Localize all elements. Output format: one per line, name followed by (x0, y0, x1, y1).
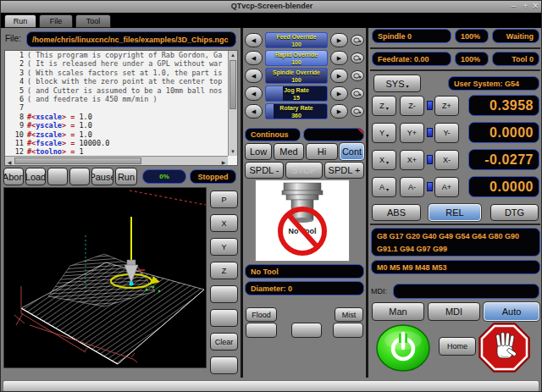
tab-file[interactable]: File (39, 14, 73, 28)
preview-blank-button[interactable] (210, 309, 238, 327)
jog-rate-increase-button[interactable]: ▶ (330, 86, 348, 101)
auto-mode-button[interactable]: Auto (484, 302, 539, 321)
maximize-icon[interactable]: + (523, 2, 528, 10)
rapid-override-increase-button[interactable]: ▶ (330, 51, 348, 65)
rotary-rate-slider[interactable]: Rotary Rate 360 (265, 103, 328, 119)
preview-y-button[interactable]: Y (210, 238, 238, 256)
manual-mode-button[interactable]: Man (372, 302, 424, 321)
machine-power-button[interactable] (375, 323, 431, 373)
minimize-icon[interactable]: – (512, 2, 516, 10)
preview-clear-button[interactable]: Clear (210, 333, 238, 351)
tool-number-field: Tool 0 (492, 52, 539, 66)
jog-mode-combo[interactable]: Continous (245, 128, 301, 141)
preview-p-button[interactable]: P (210, 190, 238, 208)
rapid-override-dialog-button[interactable] (351, 52, 364, 63)
jog-rate-dialog-button[interactable] (351, 88, 364, 99)
dtg-button[interactable]: DTG (490, 204, 539, 221)
jog-z-plus-button[interactable]: Z+ (434, 96, 459, 116)
preview-blank-button[interactable] (210, 356, 238, 374)
load-button[interactable]: Load (25, 168, 46, 185)
gcode-line: 1( This program is copyright of Rab Gord… (5, 51, 228, 59)
jog-z-minus-button[interactable]: Z- (400, 96, 424, 116)
scroll-left-icon[interactable]: ◀ (5, 158, 14, 167)
spindle-override-dialog-button[interactable] (351, 70, 364, 81)
jog-a-plus-button[interactable]: A+ (434, 177, 459, 197)
sys-button[interactable]: SYS▾ (373, 75, 421, 92)
jog-x-plus-button[interactable]: X+ (400, 150, 424, 170)
left-arrow-icon: ◀ (252, 108, 256, 115)
title-bar[interactable]: QTvcp-Screen-blender – + ✕ (1, 1, 542, 14)
axis-x-button[interactable]: X▾ (372, 150, 396, 170)
abs-button[interactable]: ABS (372, 204, 421, 221)
gcode-text[interactable]: 1( This program is copyright of Rab Gord… (5, 51, 228, 156)
spindle-stop-button[interactable]: STOP (285, 162, 323, 179)
flood-button[interactable] (246, 323, 277, 338)
pause-button[interactable]: Pause (91, 168, 113, 185)
home-button[interactable]: Home (439, 337, 476, 356)
feed-override-decrease-button[interactable]: ◀ (245, 33, 263, 47)
spindle-override-slider[interactable]: Spindle Override 100 (265, 68, 328, 84)
blank-button[interactable] (47, 168, 68, 185)
qtvcp-window: QTvcp-Screen-blender – + ✕ Run File Tool… (0, 0, 542, 392)
jog-rate-decrease-button[interactable]: ◀ (245, 86, 263, 101)
vertical-scrollbar[interactable]: ▲ ▼ (228, 51, 237, 156)
rotary-rate-decrease-button[interactable]: ◀ (245, 104, 263, 119)
tab-run[interactable]: Run (4, 14, 36, 28)
feed-override-slider[interactable]: Feed Override 100 (265, 32, 328, 48)
feed-override-increase-button[interactable]: ▶ (330, 33, 348, 47)
jog-a-minus-button[interactable]: A- (400, 177, 424, 197)
spindle-plus-button[interactable]: SPDL + (324, 162, 364, 179)
feed-override-dialog-button[interactable] (351, 35, 364, 46)
mdi-input[interactable] (393, 284, 539, 299)
abort-button[interactable]: Abort (3, 168, 24, 185)
divider (241, 28, 243, 378)
tab-tool[interactable]: Tool (75, 14, 111, 28)
mdi-mode-button[interactable]: MDI (428, 302, 480, 321)
jog-med-button[interactable]: Med (274, 143, 304, 160)
file-path-field[interactable]: /home/chris/linuxcnc/nc_files/examples/3… (26, 31, 236, 47)
rel-button[interactable]: REL (429, 204, 481, 221)
preview-z-button[interactable]: Z (210, 262, 238, 279)
right-arrow-icon: ▶ (337, 37, 341, 44)
scroll-down-icon[interactable]: ▼ (229, 147, 237, 156)
spindle-override-increase-button[interactable]: ▶ (330, 69, 348, 83)
jog-cont-button[interactable]: Cont (340, 143, 364, 160)
rotary-rate-increase-button[interactable]: ▶ (330, 104, 348, 119)
jog-low-button[interactable]: Low (245, 143, 272, 160)
estop-button[interactable] (478, 322, 531, 373)
jog-y-minus-button[interactable]: Y- (434, 123, 459, 143)
jog-y-plus-button[interactable]: Y+ (400, 123, 424, 143)
horizontal-scrollbar[interactable]: ◀ ▶ (5, 156, 228, 165)
dialog-launcher-icon (353, 73, 362, 79)
jog-hi-button[interactable]: Hi (306, 143, 338, 160)
scrollbar-thumb[interactable] (14, 157, 141, 164)
coolant-blank-button[interactable] (291, 323, 322, 338)
axis-y-button[interactable]: Y▾ (372, 123, 396, 143)
axis-z-button[interactable]: Z▾ (372, 96, 396, 116)
a-dro: 0.0000 (468, 176, 539, 197)
close-icon[interactable]: ✕ (532, 2, 539, 10)
dialog-launcher-icon (353, 37, 362, 43)
preview-blank-button[interactable] (210, 285, 238, 303)
scroll-up-icon[interactable]: ▲ (229, 51, 237, 59)
scrollbar-thumb[interactable] (230, 60, 236, 109)
divider (366, 28, 368, 378)
preview-x-button[interactable]: X (210, 214, 238, 232)
left-arrow-icon: ◀ (252, 73, 256, 80)
rapid-override-decrease-button[interactable]: ◀ (245, 51, 263, 65)
tool-diameter-field: Diameter: 0 (245, 281, 364, 295)
mist-button[interactable] (333, 323, 363, 338)
spindle-minus-button[interactable]: SPDL - (245, 162, 284, 179)
scroll-right-icon[interactable]: ▶ (219, 158, 228, 167)
jog-increment-combo[interactable] (303, 128, 364, 141)
gcode-preview-graphic[interactable] (3, 187, 207, 368)
rotary-rate-dialog-button[interactable] (351, 106, 364, 117)
jog-x-minus-button[interactable]: X- (434, 150, 459, 170)
jog-rate-slider[interactable]: Jog Rate 15 (265, 86, 328, 102)
axis-a-button[interactable]: A▾ (372, 177, 396, 197)
spindle-override-decrease-button[interactable]: ◀ (245, 69, 263, 83)
blank-button[interactable] (69, 168, 90, 185)
run-button[interactable]: Run (115, 168, 137, 185)
rapid-override-slider[interactable]: Rapid Override 100 (265, 50, 328, 66)
gcode-editor[interactable]: 1( This program is copyright of Rab Gord… (4, 50, 238, 166)
